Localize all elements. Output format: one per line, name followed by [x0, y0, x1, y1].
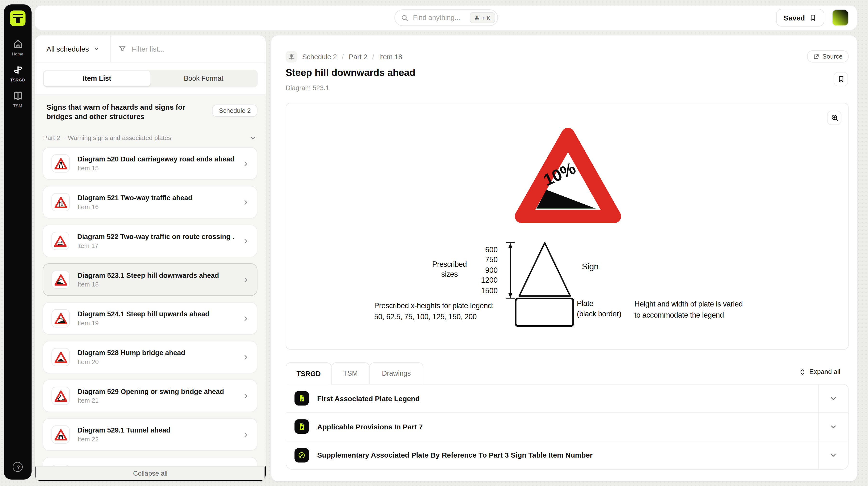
schedules-dropdown[interactable]: All schedules — [46, 44, 99, 53]
list-item-title: Diagram 522 Two-way traffic on route cro… — [77, 233, 235, 241]
chevron-right-icon — [243, 237, 249, 244]
bookmark-icon — [809, 14, 817, 22]
sidebar-item-tsm[interactable]: TSM — [4, 91, 32, 108]
diagram-list: Diagram 520 Dual carriageway road ends a… — [35, 144, 266, 481]
accordion-label: First Associated Plate Legend — [317, 394, 420, 402]
logo-t-icon — [10, 10, 25, 26]
list-item-title: Diagram 529 Opening or swing bridge ahea… — [78, 388, 224, 395]
tab-tsrgd[interactable]: TSRGD — [286, 362, 332, 385]
document-icon — [294, 391, 309, 406]
global-search[interactable]: ⌘ + K — [394, 9, 498, 26]
source-label: Source — [823, 53, 843, 60]
plate-label-line2: (black border) — [577, 309, 621, 320]
top-bar: ⌘ + K Saved — [35, 5, 857, 30]
list-item-diagram-520[interactable]: Diagram 520 Dual carriageway road ends a… — [43, 147, 257, 180]
plate-size-note: Height and width of plate is varied to a… — [634, 299, 743, 321]
app-root: Home TSRGD — [0, 0, 868, 486]
accordion-row-supplementary-plate[interactable]: Supplementary Associated Plate By Refere… — [286, 441, 848, 469]
help-button[interactable]: ? — [13, 462, 23, 472]
tab-drawings[interactable]: Drawings — [369, 362, 424, 384]
xheights-line1: Prescribed x-heights for plate legend: — [374, 300, 494, 311]
help-label: ? — [17, 464, 20, 470]
breadcrumb-part[interactable]: Part 2 — [349, 53, 368, 61]
chevron-down-icon — [830, 452, 837, 459]
part-group-header[interactable]: Part 2 · Warning signs and associated pl… — [35, 131, 266, 144]
schedule-badge: Schedule 2 — [212, 104, 257, 117]
user-avatar[interactable] — [832, 9, 849, 26]
list-item-title: Diagram 521 Two-way traffic ahead — [78, 194, 192, 202]
plate-note-line1: Height and width of plate is varied — [634, 299, 743, 310]
filter-field — [118, 35, 260, 62]
list-item-diagram-523-1[interactable]: 10% Diagram 523.1 Steep hill downwards a… — [43, 263, 257, 296]
part-title: Warning signs and associated plates — [68, 134, 171, 141]
list-item-number: Item 21 — [78, 397, 224, 404]
sign-label: Sign — [582, 261, 598, 272]
sidebar-item-home[interactable]: Home — [4, 39, 32, 56]
list-item-title: Diagram 528 Hump bridge ahead — [78, 349, 185, 357]
list-item-diagram-529[interactable]: Diagram 529 Opening or swing bridge ahea… — [43, 380, 257, 412]
size-value: 750 — [469, 255, 498, 265]
list-item-diagram-521[interactable]: Diagram 521 Two-way traffic aheadItem 16 — [43, 186, 257, 218]
plate-label-line1: Plate — [577, 298, 593, 309]
divider — [818, 413, 818, 441]
chevron-right-icon — [243, 431, 249, 438]
bookmark-item-button[interactable] — [834, 72, 848, 86]
panel-body: Signs that warn of hazards and signs for… — [35, 95, 266, 481]
prescribed-sizes-label: Prescribed sizes — [426, 260, 473, 279]
item-detail-panel: Schedule 2 / Part 2 / Item 18 Source Ste… — [271, 35, 857, 481]
size-value: 600 — [469, 245, 498, 255]
schedule-list-panel: All schedules Item List Book Format — [35, 35, 266, 481]
breadcrumb-schedule[interactable]: Schedule 2 — [302, 53, 337, 61]
breadcrumb: Schedule 2 / Part 2 / Item 18 — [302, 51, 402, 62]
breadcrumb-item[interactable]: Item 18 — [379, 53, 402, 61]
view-switcher-row: Item List Book Format — [35, 62, 266, 94]
warning-sign-image: 10% — [514, 126, 622, 225]
home-icon — [12, 39, 23, 50]
sign-thumb-opening-bridge-icon — [52, 387, 70, 405]
sign-outline-triangle — [517, 241, 572, 300]
section-header: Signs that warn of hazards and signs for… — [35, 95, 266, 131]
search-shortcut-badge: ⌘ + K — [470, 12, 495, 23]
search-input[interactable] — [412, 13, 466, 22]
sidebar-item-tsrgd[interactable]: TSRGD — [4, 65, 32, 83]
list-item-diagram-524-1[interactable]: 20% Diagram 524.1 Steep hill upwards ahe… — [43, 302, 257, 335]
chevron-right-icon — [243, 315, 249, 322]
tab-item-list[interactable]: Item List — [44, 71, 150, 86]
app-logo[interactable] — [10, 10, 25, 26]
chevron-right-icon — [243, 392, 249, 399]
sign-thumb-hump-bridge-icon — [52, 348, 70, 366]
saved-button[interactable]: Saved — [776, 9, 824, 27]
document-icon — [294, 420, 309, 434]
size-value: 1500 — [469, 286, 498, 296]
zoom-in-button[interactable] — [827, 110, 841, 125]
reference-circle-arrow-icon — [294, 448, 309, 462]
list-item-diagram-528[interactable]: Diagram 528 Hump bridge aheadItem 20 — [43, 341, 257, 373]
accordion-label: Applicable Provisions In Part 7 — [317, 423, 423, 431]
source-button[interactable]: Source — [807, 51, 848, 63]
tab-tsm[interactable]: TSM — [331, 362, 370, 384]
sidebar-nav: Home TSRGD — [4, 39, 32, 108]
accordion-row-plate-legend[interactable]: First Associated Plate Legend — [286, 385, 848, 413]
filter-input[interactable] — [131, 44, 260, 54]
sidebar: Home TSRGD — [4, 4, 32, 480]
chevron-right-icon — [243, 354, 249, 360]
search-icon — [401, 14, 408, 22]
list-item-title: Diagram 524.1 Steep hill upwards ahead — [78, 310, 209, 318]
expand-all-button[interactable]: Expand all — [796, 367, 844, 376]
part-separator: · — [63, 134, 65, 141]
plate-outline — [515, 298, 574, 327]
tab-book-format[interactable]: Book Format — [150, 71, 257, 86]
collapse-all-button[interactable]: Collapse all — [35, 466, 266, 481]
sign-thumb-crossing-traffic-icon — [52, 232, 69, 250]
section-title: Signs that warn of hazards and signs for… — [46, 103, 203, 121]
accordion-row-provisions[interactable]: Applicable Provisions In Part 7 — [286, 412, 848, 441]
list-item-diagram-522[interactable]: Diagram 522 Two-way traffic on route cro… — [43, 225, 257, 257]
detail-accordion: First Associated Plate Legend Appl — [286, 384, 849, 469]
xheights-line2: 50, 62.5, 75, 100, 125, 150, 200 — [374, 311, 494, 322]
list-item-number: Item 16 — [78, 204, 192, 210]
sign-thumb-hill-up-icon: 20% — [52, 309, 70, 327]
prescribed-sizes-values: 600 750 900 1200 1500 — [469, 245, 498, 296]
list-item-diagram-529-1[interactable]: Diagram 529.1 Tunnel aheadItem 22 — [43, 418, 257, 451]
chevron-right-icon — [243, 277, 249, 283]
bookmark-icon — [838, 75, 845, 83]
